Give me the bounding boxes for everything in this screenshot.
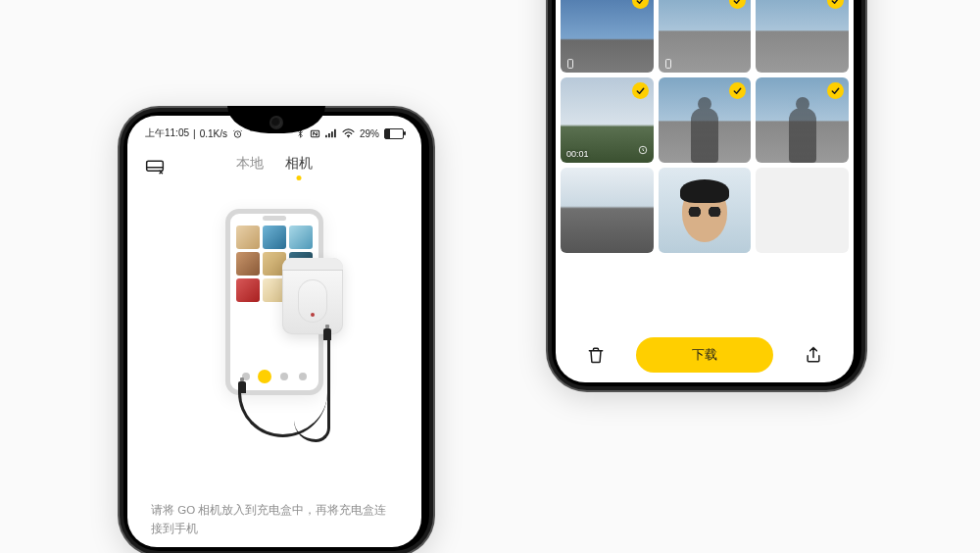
phone-right: 00:01 下载 [546,0,867,392]
selected-badge [632,82,649,99]
download-button[interactable]: 下载 [636,337,773,373]
photo-tile[interactable] [756,0,849,73]
photo-tile[interactable] [756,168,849,253]
photo-tile[interactable] [659,0,752,73]
svg-point-6 [348,136,349,137]
status-divider: | [193,128,196,139]
battery-pct: 29% [360,128,379,139]
video-indicator-icon [566,59,574,69]
right-screen: 00:01 下载 [556,0,854,382]
top-nav: 本地 相机 [127,143,421,175]
phone-left: 上午11:05 | 0.1K/s [118,106,435,553]
svg-rect-9 [665,60,670,69]
status-net-speed: 0.1K/s [200,128,227,139]
charge-case-graphic [282,258,343,334]
hint-text: 请将 GO 相机放入到充电盒中，再将充电盒连接到手机 [151,501,398,537]
download-label: 下载 [692,346,717,364]
photo-tile[interactable] [756,77,849,163]
photo-tile[interactable] [659,168,752,253]
wifi-icon [342,128,355,138]
signal-icon [325,128,337,138]
tab-local[interactable]: 本地 [236,155,264,178]
connection-illustration [127,209,421,395]
alarm-icon [232,128,243,139]
cable-graphic [294,336,330,442]
video-indicator-icon [664,59,672,69]
svg-rect-2 [325,135,327,137]
bottom-bar: 下载 [556,337,854,373]
duration-label: 00:01 [566,149,589,159]
svg-rect-8 [568,60,573,69]
share-button[interactable] [801,342,826,368]
nfc-icon [310,128,320,139]
svg-rect-4 [331,131,333,137]
photo-tile[interactable]: 00:01 [561,77,654,163]
svg-rect-3 [328,133,330,137]
photo-tile[interactable] [561,0,654,73]
go-camera-graphic [298,279,327,323]
svg-rect-5 [334,129,336,137]
left-screen: 上午11:05 | 0.1K/s [127,116,421,547]
battery-icon [384,128,404,139]
delete-button[interactable] [583,342,609,368]
photo-grid: 00:01 [556,0,854,258]
photo-tile[interactable] [561,168,654,253]
photo-tile[interactable] [659,77,752,163]
clock-icon [638,141,648,159]
status-time: 上午11:05 [145,126,189,140]
tab-camera[interactable]: 相机 [285,155,313,178]
